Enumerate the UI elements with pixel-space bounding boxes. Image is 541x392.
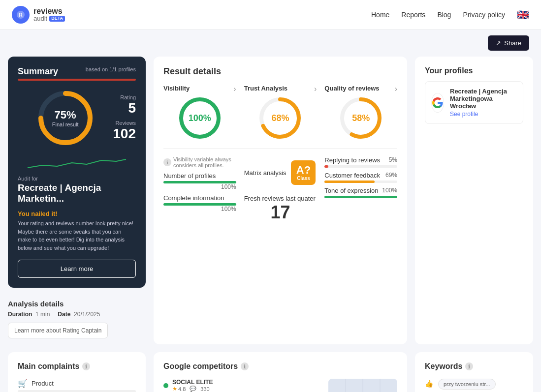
feedback-fill	[324, 181, 375, 183]
svg-text:R: R	[19, 12, 23, 18]
logo-icon: R	[12, 6, 30, 24]
nailed-it: You nailed it!	[18, 210, 136, 217]
quality-title: Quality of reviews	[324, 85, 397, 92]
keyword-1: 👍 przy tworzeniu str...	[425, 377, 523, 392]
trend-line	[18, 155, 136, 170]
keywords-list: 👍 przy tworzeniu str... nie mogę się doc…	[425, 377, 523, 392]
competitor-1-dot	[163, 383, 168, 388]
rating-captain-link[interactable]: Learn more about Rating Captain	[8, 323, 108, 338]
tone-metric: Tone of expression 100%	[324, 187, 397, 198]
competitor-1-rating: ★ 4.8	[172, 386, 186, 392]
trust-percent: 68%	[271, 113, 289, 123]
beta-badge: BETA	[49, 16, 65, 22]
complaint-product: 🛒 Product 0%	[18, 379, 136, 392]
feedback-metric: Customer feedback 69%	[324, 172, 397, 183]
header: R reviews audit BETA Home Reports Blog P…	[0, 0, 541, 30]
num-profiles-fill	[163, 181, 236, 183]
rating-reviews: Rating 5 Reviews 102	[113, 94, 136, 142]
duration: Duration 1 min	[8, 311, 50, 318]
keywords-card: Keywords ℹ 👍 przy tworzeniu str... nie m…	[415, 352, 533, 392]
reviews-label: Reviews	[113, 120, 136, 126]
tone-bar	[324, 196, 397, 198]
bottom-row: Main complaints ℹ 🛒 Product 0% 🚗 Deliver…	[0, 352, 541, 392]
final-result-label: Final result	[52, 121, 79, 127]
thumb-icon-1: 👍	[425, 380, 433, 388]
main-nav: Home Reports Blog Privacy policy 🇬🇧	[371, 9, 529, 21]
competitors-info-icon[interactable]: ℹ	[241, 362, 249, 370]
quality-chevron[interactable]: ›	[395, 85, 397, 93]
trust-title: Trust Analysis	[244, 85, 317, 92]
analysis-section: Analysis details Duration 1 min Date 20/…	[8, 294, 146, 344]
logo-text: reviews audit BETA	[33, 7, 65, 23]
logo: R reviews audit BETA	[12, 6, 65, 24]
competitors-list: SOCIAL ELITE ★ 4.8 💬 330	[163, 379, 320, 392]
reviews-section: Reviews 102	[113, 120, 136, 142]
num-profiles-bar	[163, 181, 236, 183]
rating-value: 5	[113, 100, 136, 116]
result-top: Visibility › 100% Trust Analysis ›	[163, 85, 397, 149]
replying-fill	[324, 165, 328, 168]
circle-text: 75% Final result	[52, 109, 79, 127]
num-profiles-metric: Number of profiles 100%	[163, 172, 236, 190]
result-bottom: ℹ Visibility variable always considers a…	[163, 156, 397, 223]
nav-privacy[interactable]: Privacy policy	[463, 11, 505, 19]
profile-name: Recreate | Agencja Marketingowa Wrocław	[450, 88, 517, 110]
nav-home[interactable]: Home	[371, 11, 389, 19]
keyword-tag-1[interactable]: przy tworzeniu str...	[438, 379, 496, 390]
info-icon: ℹ	[163, 158, 171, 166]
progress-bar-red	[18, 79, 136, 81]
star-icon: ★	[172, 386, 177, 392]
quality-metrics: Replying to reviews 5% Customer feedback…	[324, 156, 397, 223]
share-icon: ↗	[496, 39, 501, 47]
competitor-1-name: SOCIAL ELITE	[172, 379, 213, 386]
complete-info-bar	[163, 203, 236, 206]
visibility-donut: 100%	[178, 96, 222, 140]
learn-more-button[interactable]: Learn more	[18, 260, 136, 278]
analysis-meta: Duration 1 min Date 20/1/2025	[8, 311, 146, 318]
company-name: Recreate | Agencja Marketin...	[18, 182, 136, 204]
google-logo	[431, 93, 444, 113]
summary-title: Summary	[18, 66, 58, 77]
competitors-inner: SOCIAL ELITE ★ 4.8 💬 330	[163, 379, 397, 392]
rating-label: Rating	[113, 94, 136, 100]
profiles-title: Your profiles	[425, 66, 523, 75]
complete-info-fill	[163, 203, 236, 206]
competitors-title: Google competitors ℹ	[163, 362, 397, 371]
left-panel: Summary based on 1/1 profiles 75% Final …	[8, 57, 146, 344]
complaints-info-icon[interactable]: ℹ	[82, 362, 90, 370]
replying-metric: Replying to reviews 5%	[324, 156, 397, 168]
logo-reviews: reviews	[33, 7, 65, 16]
flag-icon: 🇬🇧	[517, 9, 529, 21]
nav-blog[interactable]: Blog	[437, 11, 451, 19]
keywords-info-icon[interactable]: ℹ	[465, 362, 473, 370]
replying-bar	[324, 165, 397, 168]
competitor-1-bubble: 💬	[190, 386, 196, 392]
visibility-title: Visibility	[163, 85, 236, 92]
complaints-title: Main complaints ℹ	[18, 362, 136, 371]
score-circle: 75% Final result	[36, 89, 95, 148]
complete-info-metric: Complete information 100%	[163, 194, 236, 212]
see-profile-link[interactable]: See profile	[450, 111, 478, 118]
based-on: based on 1/1 profiles	[86, 66, 136, 72]
visibility-chevron[interactable]: ›	[233, 85, 236, 93]
profile-item: Recreate | Agencja Marketingowa Wrocław …	[425, 81, 523, 124]
competitors-card: Google competitors ℹ SOCIAL ELITE ★ 4.8	[154, 352, 407, 392]
matrix-metrics: Matrix analysis A? Class Fresh reviews l…	[244, 156, 317, 223]
product-icon: 🛒	[18, 379, 28, 388]
visibility-percent: 100%	[189, 113, 211, 123]
complaint-product-header: 🛒 Product	[18, 379, 136, 388]
share-bar: ↗ Share	[0, 30, 541, 57]
quality-donut: 58%	[339, 96, 383, 140]
visibility-metrics: ℹ Visibility variable always considers a…	[163, 156, 236, 223]
trust-col: Trust Analysis › 68%	[244, 85, 317, 140]
logo-audit: audit BETA	[33, 15, 65, 22]
share-button[interactable]: ↗ Share	[488, 35, 529, 51]
feedback-bar	[324, 181, 397, 183]
profile-row: Recreate | Agencja Marketingowa Wrocław …	[431, 88, 517, 118]
product-bar	[18, 390, 136, 392]
competitor-1-info: SOCIAL ELITE ★ 4.8 💬 330	[172, 379, 213, 392]
audit-for-label: Audit for	[18, 176, 136, 181]
nav-reports[interactable]: Reports	[401, 11, 425, 19]
trust-chevron[interactable]: ›	[314, 85, 317, 93]
rating-section: Rating 5	[113, 94, 136, 116]
